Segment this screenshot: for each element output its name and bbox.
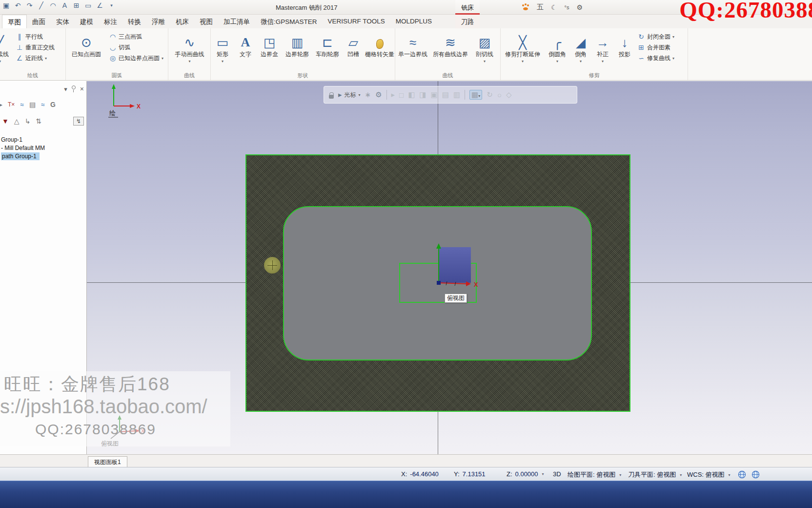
columns-icon[interactable]: ▥	[453, 90, 460, 99]
pointer-icon[interactable]: ▸	[391, 90, 395, 99]
ribbon-button-letters[interactable]: A 文字	[234, 29, 257, 71]
tab-model[interactable]: 建模	[75, 15, 99, 28]
ribbon-button-circle-center-point[interactable]: ⊙ 已知点画圆	[66, 29, 107, 71]
tree-item-machine-group[interactable]: Group-1	[0, 136, 86, 144]
undo-icon[interactable]: ↶	[14, 1, 22, 9]
ribbon-button-fillet[interactable]: ╭ 倒圆角 ▾	[545, 29, 570, 71]
ribbon-button-bounding-box[interactable]: ◳ 边界盒	[257, 29, 282, 71]
chevron-down-icon[interactable]: ▾	[64, 85, 67, 93]
paw-icon[interactable]	[522, 4, 529, 11]
cursor-select-button[interactable]: ▸ 光标 ▾	[338, 90, 361, 99]
cplane-selector[interactable]: 绘图平面: 俯视图 ▾	[568, 470, 621, 479]
ribbon-button-silhouette-boundary[interactable]: ▥ 边界轮廓	[282, 29, 312, 71]
ribbon-button-arc-3-points[interactable]: ◠ 三点画弧	[107, 31, 165, 42]
ribbon-button-rectangle[interactable]: ▭ 矩形 ▾	[211, 29, 234, 71]
grid-toggle-button[interactable]: ▦▾	[469, 90, 482, 100]
rows-icon[interactable]: ▤	[442, 90, 449, 99]
ribbon-button-join-entities[interactable]: ⊞ 合并图素	[635, 42, 676, 53]
ribbon-button-turn-profile[interactable]: ⊏ 车削轮廓	[312, 29, 343, 71]
move-down-icon[interactable]: ▼	[2, 117, 9, 125]
x-coordinate-readout[interactable]: X: -64.46040	[401, 470, 439, 478]
tab-machine[interactable]: 机床	[170, 15, 194, 28]
y-coordinate-readout[interactable]: Y: 7.13151	[454, 470, 486, 478]
text-tool-icon[interactable]: A	[61, 1, 69, 9]
diamond-tool-icon[interactable]: ◇	[506, 90, 512, 99]
save-icon[interactable]: ▣	[2, 1, 10, 9]
ribbon-button-nearest-line[interactable]: ∠ 近距线 ▾	[14, 53, 57, 64]
globe-icon-1[interactable]	[738, 470, 746, 479]
cube-solid-icon[interactable]: ▣	[431, 90, 438, 99]
circle-tool-icon[interactable]: ○	[497, 91, 502, 99]
qat-more-icon[interactable]: ▾	[107, 3, 116, 8]
tree-item-properties[interactable]: - Mill Default MM	[0, 144, 86, 152]
ribbon-button-curve-all-edges[interactable]: ≋ 所有曲线边界	[430, 29, 470, 71]
grid-tool-icon[interactable]: ⊞	[72, 1, 81, 9]
tab-art[interactable]: 浮雕	[146, 15, 170, 28]
select-pointer-icon[interactable]: ▸	[0, 101, 2, 108]
tab-setup-sheet[interactable]: 加工清单	[218, 15, 255, 28]
delete-toolpath-icon[interactable]: T×	[8, 101, 15, 108]
lock-icon[interactable]	[329, 91, 334, 99]
tplane-selector[interactable]: 刀具平面: 俯视图 ▾	[628, 470, 682, 479]
ribbon-button-manual-spline[interactable]: ∿ 手动画曲线 ▾	[168, 29, 211, 71]
tab-wechat-gpsmaster[interactable]: 微信:GPSMASTER	[255, 15, 323, 28]
ribbon-button-section-line[interactable]: ▨ 剖切线 ▾	[470, 29, 499, 71]
insert-arrow-icon[interactable]: ↳	[25, 117, 31, 125]
ribbon-button-continuous-line[interactable]: ╱ 连续线 ▾	[0, 29, 14, 71]
tab-solid[interactable]: 实体	[51, 15, 75, 28]
refresh-icon[interactable]: ↻	[487, 90, 493, 99]
globe-icon-2[interactable]	[751, 470, 760, 479]
ribbon-button-trim-break-extend[interactable]: ╳ 修剪打断延伸 ▾	[501, 29, 545, 71]
ribbon-button-perpendicular-line[interactable]: ⊥ 垂直正交线	[14, 42, 57, 53]
redo-icon[interactable]: ↷	[25, 1, 34, 9]
moon-icon[interactable]: ☾	[551, 3, 557, 11]
nearest-line-icon: ∠	[16, 54, 23, 62]
gear-icon[interactable]: ⚙	[576, 3, 583, 11]
ribbon-button-offset[interactable]: → 补正 ▾	[591, 29, 614, 71]
marquee-select-icon[interactable]: □	[399, 91, 404, 99]
arc-tool-icon[interactable]: ◠	[49, 1, 57, 9]
ribbon-button-raster-to-vector[interactable]: 栅格转矢量	[364, 29, 395, 71]
tab-annotate[interactable]: 标注	[99, 15, 122, 28]
tab-verisurf-tools[interactable]: VERISURF TOOLS	[323, 15, 390, 28]
ribbon-button-fix-spline[interactable]: ∽ 修复曲线 ▾	[635, 53, 676, 64]
cube-right-face-icon[interactable]: ◨	[419, 90, 426, 99]
tree-item-toolpath-group[interactable]: path Group-1	[0, 152, 86, 161]
tab-surface[interactable]: 曲面	[27, 15, 51, 28]
sort-updown-icon[interactable]: ⇅	[36, 117, 41, 125]
surfaces-waves-icon[interactable]: ≈	[41, 101, 45, 108]
tab-view[interactable]: 视图	[194, 15, 218, 28]
tab-toolpaths[interactable]: 刀路	[455, 15, 480, 28]
line-tool-icon[interactable]: ╱	[37, 1, 45, 9]
gear-icon[interactable]: ⚙	[375, 90, 382, 99]
ribbon-button-chamfer[interactable]: ◢ 倒角 ▾	[570, 29, 591, 71]
degrees-button[interactable]: °s	[565, 4, 569, 10]
cube-left-face-icon[interactable]: ◧	[408, 90, 415, 99]
ribbon-button-arc-tangent[interactable]: ◡ 切弧	[107, 42, 165, 53]
toolpath-waves-icon[interactable]: ≈	[20, 101, 24, 108]
tab-moldplus[interactable]: MOLDPLUS	[390, 15, 437, 28]
tab-transform[interactable]: 转换	[122, 15, 146, 28]
tab-sketch[interactable]: 草图	[2, 15, 27, 28]
spark-icon[interactable]: ∗	[365, 90, 371, 99]
ribbon-button-slot[interactable]: ▱ 凹槽	[343, 29, 364, 71]
ribbon-button-close-arc[interactable]: ↻ 封闭全圆 ▾	[635, 31, 676, 42]
move-up-icon[interactable]: △	[14, 117, 20, 125]
five-button[interactable]: 五	[537, 3, 544, 12]
dimension-mode-toggle[interactable]: 3D	[553, 470, 561, 478]
quick-settings-button[interactable]: ↯	[73, 117, 84, 126]
ribbon-button-curve-one-edge[interactable]: ≈ 单一边界线	[395, 29, 430, 71]
measure-tool-icon[interactable]: ∠	[96, 1, 104, 9]
view-sheet-tab[interactable]: 视图面板1	[88, 456, 127, 468]
ribbon-button-project[interactable]: ↓ 投影	[614, 29, 635, 71]
wcs-selector[interactable]: WCS: 俯视图 ▾	[687, 470, 731, 479]
ribbon-button-circle-edge-points[interactable]: ◎ 已知边界点画圆 ▾	[107, 53, 165, 64]
z-coordinate-readout[interactable]: Z: 0.00000 ▾	[507, 470, 544, 478]
sheet-list-icon[interactable]: ▤	[29, 101, 36, 108]
origin-gizmo[interactable]: X	[428, 240, 485, 289]
ruler-tool-icon[interactable]: ▭	[84, 1, 92, 9]
pin-icon[interactable]	[72, 85, 76, 89]
ribbon-button-parallel-line[interactable]: ∥ 平行线	[14, 31, 57, 42]
close-icon[interactable]: ×	[80, 85, 84, 93]
gcode-icon[interactable]: G	[50, 101, 56, 108]
